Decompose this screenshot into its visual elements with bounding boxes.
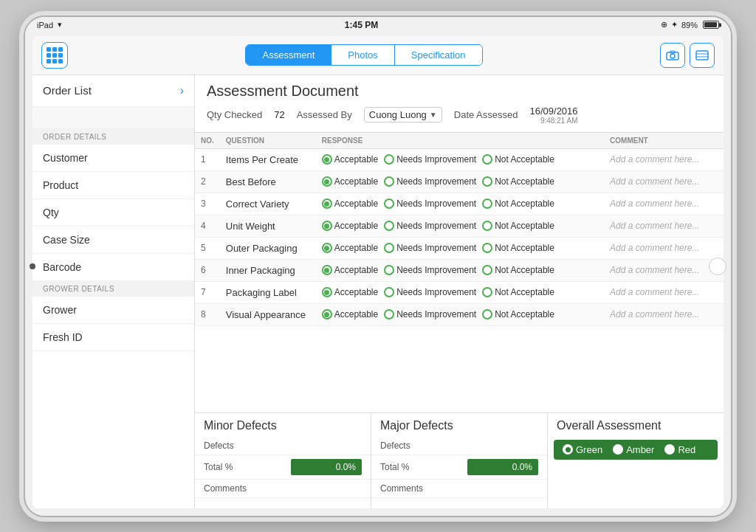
major-comments-row: Comments [371, 479, 547, 497]
radio-option-needs-improvement[interactable]: Needs Improvement [384, 176, 476, 187]
radio-circle [384, 243, 394, 253]
cell-response[interactable]: AcceptableNeeds ImprovementNot Acceptabl… [316, 281, 604, 303]
radio-option-acceptable[interactable]: Acceptable [322, 265, 378, 275]
radio-option-not-acceptable[interactable]: Not Acceptable [482, 287, 554, 297]
radio-circle [482, 265, 492, 275]
radio-option-acceptable[interactable]: Acceptable [322, 309, 378, 319]
cell-response[interactable]: AcceptableNeeds ImprovementNot Acceptabl… [316, 215, 604, 237]
radio-label: Needs Improvement [396, 221, 476, 231]
radio-option-acceptable[interactable]: Acceptable [322, 198, 378, 209]
cell-no: 3 [195, 193, 220, 215]
assessment-table: No. Question Response Comment 1Items Per… [195, 132, 724, 412]
cell-comment[interactable]: Add a comment here... [604, 170, 724, 193]
sidebar-item-qty[interactable]: Qty [32, 199, 194, 227]
radio-option-needs-improvement[interactable]: Needs Improvement [384, 154, 476, 165]
radio-circle [322, 243, 332, 253]
major-comments-input[interactable] [458, 479, 547, 497]
sidebar-item-product[interactable]: Product [32, 172, 194, 199]
camera-button[interactable] [660, 43, 685, 68]
tab-group: Assessment Photos Specification [245, 44, 482, 66]
radio-circle [322, 198, 332, 209]
radio-label: Needs Improvement [396, 176, 476, 187]
sidebar-item-customer[interactable]: Customer [32, 145, 194, 172]
table-row: 4Unit WeightAcceptableNeeds ImprovementN… [195, 215, 724, 237]
cell-no: 1 [195, 148, 220, 170]
cell-comment[interactable]: Add a comment here... [604, 193, 724, 215]
radio-option-acceptable[interactable]: Acceptable [322, 154, 378, 165]
cell-comment[interactable]: Add a comment here... [604, 148, 724, 170]
cell-response[interactable]: AcceptableNeeds ImprovementNot Acceptabl… [316, 148, 604, 170]
svg-rect-3 [696, 51, 708, 60]
cell-no: 7 [195, 281, 220, 303]
cell-comment[interactable]: Add a comment here... [604, 215, 724, 237]
cell-question: Correct Variety [220, 193, 316, 215]
radio-label: Acceptable [334, 198, 378, 209]
cell-question: Inner Packaging [220, 259, 316, 281]
radio-circle [384, 176, 394, 187]
radio-option-acceptable[interactable]: Acceptable [322, 287, 378, 297]
tab-specification[interactable]: Specification [395, 45, 482, 65]
radio-option-not-acceptable[interactable]: Not Acceptable [482, 265, 554, 275]
cell-comment[interactable]: Add a comment here... [604, 259, 724, 281]
radio-option-not-acceptable[interactable]: Not Acceptable [482, 309, 554, 319]
radio-option-not-acceptable[interactable]: Not Acceptable [482, 198, 554, 209]
radio-option-acceptable[interactable]: Acceptable [322, 176, 378, 187]
radio-option-needs-improvement[interactable]: Needs Improvement [384, 198, 476, 209]
radio-option-needs-improvement[interactable]: Needs Improvement [384, 265, 476, 275]
assessed-by-dropdown[interactable]: Cuong Luong ▼ [364, 107, 442, 122]
major-defects-section: Major Defects Defects Total % 0.0% [371, 413, 548, 508]
cell-response[interactable]: AcceptableNeeds ImprovementNot Acceptabl… [316, 193, 604, 215]
radio-option-not-acceptable[interactable]: Not Acceptable [482, 243, 554, 253]
radio-option-needs-improvement[interactable]: Needs Improvement [384, 287, 476, 297]
sidebar-item-fresh-id[interactable]: Fresh ID [32, 324, 194, 351]
minor-defects-input[interactable] [282, 437, 371, 455]
table-row: 8Visual AppearanceAcceptableNeeds Improv… [195, 303, 724, 325]
radio-option-needs-improvement[interactable]: Needs Improvement [384, 309, 476, 319]
major-total-value-cell: 0.0% [458, 455, 547, 479]
sidebar-order-list[interactable]: Order List › [32, 75, 194, 107]
cell-response[interactable]: AcceptableNeeds ImprovementNot Acceptabl… [316, 303, 604, 325]
wifi-icon: ▾ [58, 20, 62, 30]
sidebar-title: Order List [43, 84, 92, 97]
sidebar-item-grower[interactable]: Grower [32, 297, 194, 324]
radio-option-needs-improvement[interactable]: Needs Improvement [384, 221, 476, 231]
table-header-row: No. Question Response Comment [195, 133, 724, 149]
cell-comment[interactable]: Add a comment here... [604, 281, 724, 303]
cell-comment[interactable]: Add a comment here... [604, 237, 724, 259]
cell-response[interactable]: AcceptableNeeds ImprovementNot Acceptabl… [316, 237, 604, 259]
cell-no: 2 [195, 170, 220, 193]
overall-option-amber[interactable]: Amber [613, 444, 654, 455]
sidebar-item-case-size[interactable]: Case Size [32, 227, 194, 254]
radio-option-not-acceptable[interactable]: Not Acceptable [482, 176, 554, 187]
dropdown-arrow-icon: ▼ [430, 111, 437, 119]
cell-response[interactable]: AcceptableNeeds ImprovementNot Acceptabl… [316, 170, 604, 193]
date-assessed-value: 16/09/2016 [529, 106, 577, 117]
radio-option-acceptable[interactable]: Acceptable [322, 243, 378, 253]
cell-no: 4 [195, 215, 220, 237]
radio-circle [384, 154, 394, 165]
sidebar-item-barcode[interactable]: Barcode [32, 254, 194, 281]
overall-option-green[interactable]: Green [563, 444, 602, 455]
radio-option-acceptable[interactable]: Acceptable [322, 221, 378, 231]
radio-circle [384, 221, 394, 231]
tab-assessment[interactable]: Assessment [246, 45, 331, 65]
layout-button[interactable] [690, 43, 715, 68]
radio-option-not-acceptable[interactable]: Not Acceptable [482, 154, 554, 165]
major-defects-input[interactable] [458, 437, 547, 455]
cell-response[interactable]: AcceptableNeeds ImprovementNot Acceptabl… [316, 259, 604, 281]
status-right: ⊕ ✦ 89% [661, 20, 719, 30]
radio-option-not-acceptable[interactable]: Not Acceptable [482, 221, 554, 231]
grid-button[interactable] [41, 42, 68, 69]
tab-photos[interactable]: Photos [331, 45, 394, 65]
side-button[interactable] [30, 263, 35, 269]
overall-option-red[interactable]: Red [664, 444, 695, 455]
minor-comments-input[interactable] [282, 479, 371, 497]
minor-total-label: Total % [195, 455, 282, 479]
radio-label: Acceptable [334, 154, 378, 165]
radio-circle [482, 309, 492, 319]
cell-comment[interactable]: Add a comment here... [604, 303, 724, 325]
radio-option-needs-improvement[interactable]: Needs Improvement [384, 243, 476, 253]
qty-checked-label: Qty Checked [207, 109, 262, 120]
radio-circle [482, 221, 492, 231]
location-icon: ⊕ [661, 20, 667, 30]
